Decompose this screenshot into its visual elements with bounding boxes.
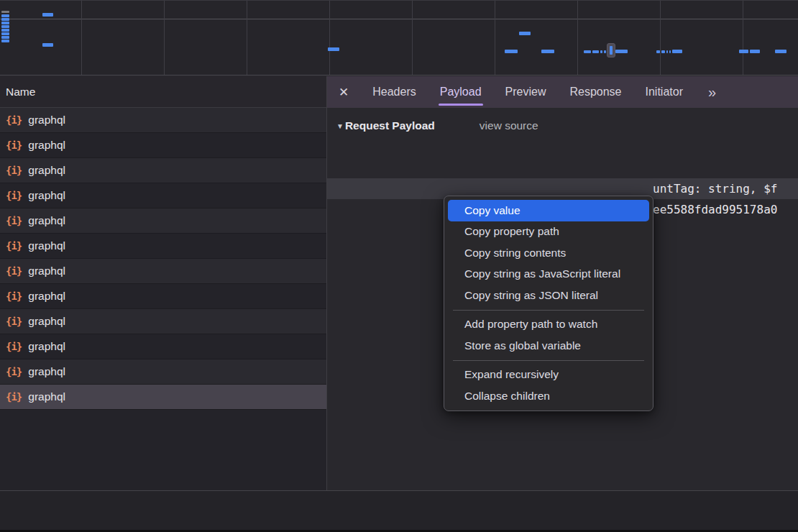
property-value-right: untTag: string, $f bbox=[653, 178, 777, 199]
menu-separator bbox=[453, 310, 644, 311]
overview-selected-marker-bar bbox=[610, 46, 613, 55]
overview-request-bar[interactable] bbox=[604, 50, 606, 53]
menu-item-collapse-children[interactable]: Collapse children bbox=[444, 385, 653, 407]
overview-request-bar[interactable] bbox=[775, 50, 786, 53]
tab-preview[interactable]: Preview bbox=[505, 76, 546, 108]
overview-request-bar[interactable] bbox=[1, 29, 9, 32]
overview-request-bar[interactable] bbox=[1, 18, 9, 21]
tree-row-operationName[interactable]: operationName: "ipFlowTimeseries" bbox=[327, 157, 798, 178]
overview-request-bar[interactable] bbox=[328, 47, 339, 51]
collapse-triangle-icon[interactable]: ▼ bbox=[336, 122, 344, 130]
request-row[interactable]: {i}graphql bbox=[0, 208, 326, 234]
json-braces-icon: {i} bbox=[6, 366, 22, 377]
overview-request-bar[interactable] bbox=[1, 14, 9, 17]
overview-vertical-gridline bbox=[329, 1, 330, 75]
menu-item-copy-value[interactable]: Copy value bbox=[448, 200, 649, 221]
overview-request-bar[interactable] bbox=[666, 50, 668, 53]
overview-request-bar[interactable] bbox=[661, 50, 665, 53]
overview-request-bar[interactable] bbox=[669, 50, 671, 53]
menu-item-copy-string-contents[interactable]: Copy string contents bbox=[444, 242, 653, 264]
overview-request-bar[interactable] bbox=[1, 36, 9, 39]
menu-item-copy-string-as-json-literal[interactable]: Copy string as JSON literal bbox=[444, 285, 653, 306]
json-braces-icon: {i} bbox=[6, 316, 22, 327]
request-row[interactable]: {i}graphql bbox=[0, 158, 326, 183]
request-row[interactable]: {i}graphql bbox=[0, 183, 326, 208]
tab-initiator[interactable]: Initiator bbox=[646, 76, 683, 108]
overview-horizontal-gridline bbox=[0, 19, 798, 19]
menu-item-expand-recursively[interactable]: Expand recursively bbox=[444, 364, 653, 386]
request-name-label: graphql bbox=[28, 189, 65, 202]
tree-root-row[interactable]: ▼{operationName: "ipFlowTimeseries", var… bbox=[327, 137, 798, 157]
overview-vertical-gridline bbox=[247, 1, 247, 75]
json-braces-icon: {i} bbox=[6, 190, 22, 201]
tab-label: Response bbox=[569, 86, 621, 98]
request-row[interactable]: {i}graphql bbox=[0, 133, 326, 158]
request-row[interactable]: {i}graphql bbox=[0, 234, 326, 259]
request-row[interactable]: {i}graphql bbox=[0, 309, 326, 334]
request-name-label: graphql bbox=[28, 214, 65, 227]
request-row[interactable]: {i}graphql bbox=[0, 108, 326, 133]
overview-request-bar[interactable] bbox=[519, 32, 531, 35]
overview-request-bar[interactable] bbox=[1, 40, 9, 42]
summary-bar bbox=[0, 490, 798, 530]
active-tab-underline bbox=[439, 104, 483, 106]
menu-separator bbox=[453, 360, 644, 361]
overview-request-bar[interactable] bbox=[505, 50, 518, 53]
overview-request-bar[interactable] bbox=[750, 50, 760, 53]
menu-item-add-property-path-to-watch[interactable]: Add property path to watch bbox=[444, 314, 653, 336]
tab-label: Payload bbox=[440, 86, 482, 98]
overview-request-bar[interactable] bbox=[656, 50, 660, 53]
menu-item-copy-property-path[interactable]: Copy property path bbox=[444, 221, 653, 243]
menu-item-copy-string-as-javascript-literal[interactable]: Copy string as JavaScript literal bbox=[444, 264, 653, 285]
menu-item-store-as-global-variable[interactable]: Store as global variable bbox=[444, 335, 653, 357]
tab-headers[interactable]: Headers bbox=[372, 76, 416, 108]
overview-gray-bar[interactable] bbox=[1, 11, 9, 13]
request-name-label: graphql bbox=[28, 239, 65, 252]
name-column-label: Name bbox=[6, 86, 35, 98]
overview-vertical-gridline bbox=[495, 1, 495, 75]
overview-request-bar[interactable] bbox=[592, 50, 599, 53]
overview-request-bar[interactable] bbox=[1, 32, 9, 35]
more-tabs-icon[interactable]: » bbox=[708, 84, 715, 101]
overview-request-bar[interactable] bbox=[1, 25, 9, 28]
overview-request-bar[interactable] bbox=[615, 50, 628, 53]
overview-request-bar[interactable] bbox=[42, 13, 53, 17]
overview-vertical-gridline bbox=[743, 1, 743, 75]
json-braces-icon: {i} bbox=[6, 139, 22, 151]
view-source-link[interactable]: view source bbox=[480, 119, 538, 132]
request-list: {i}graphql{i}graphql{i}graphql{i}graphql… bbox=[0, 108, 326, 410]
section-title: Request Payload bbox=[345, 119, 435, 132]
overview-vertical-gridline bbox=[412, 1, 413, 75]
json-braces-icon: {i} bbox=[6, 391, 22, 403]
name-column-header[interactable]: Name bbox=[0, 76, 326, 108]
detail-tabbar: ✕ HeadersPayloadPreviewResponseInitiator… bbox=[327, 76, 798, 108]
request-row[interactable]: {i}graphql bbox=[0, 284, 326, 309]
overview-vertical-gridline bbox=[164, 1, 165, 75]
request-name-label: graphql bbox=[28, 340, 65, 353]
overview-request-bar[interactable] bbox=[584, 50, 591, 53]
tab-response[interactable]: Response bbox=[569, 76, 621, 108]
overview-request-bar[interactable] bbox=[42, 43, 53, 47]
overview-request-bar[interactable] bbox=[600, 50, 602, 53]
close-icon[interactable]: ✕ bbox=[339, 85, 349, 100]
json-braces-icon: {i} bbox=[6, 290, 22, 302]
overview-request-bar[interactable] bbox=[672, 50, 682, 53]
json-braces-icon: {i} bbox=[6, 114, 22, 126]
overview-request-bar[interactable] bbox=[1, 22, 9, 24]
overview-request-bar[interactable] bbox=[541, 50, 554, 53]
devtools-network-panel: Name {i}graphql{i}graphql{i}graphql{i}gr… bbox=[0, 0, 798, 532]
request-payload-section-header[interactable]: ▼ Request Payload view source bbox=[327, 108, 798, 137]
overview-vertical-gridline bbox=[660, 1, 661, 75]
request-row[interactable]: {i}graphql bbox=[0, 259, 326, 284]
request-row[interactable]: {i}graphql bbox=[0, 359, 326, 385]
overview-request-bar[interactable] bbox=[739, 50, 748, 53]
json-braces-icon: {i} bbox=[6, 341, 22, 352]
request-row[interactable]: {i}graphql bbox=[0, 385, 326, 410]
request-name-label: graphql bbox=[28, 365, 65, 378]
request-name-label: graphql bbox=[28, 265, 65, 278]
request-name-label: graphql bbox=[28, 139, 65, 152]
request-row[interactable]: {i}graphql bbox=[0, 334, 326, 359]
network-overview[interactable] bbox=[0, 0, 798, 75]
request-name-label: graphql bbox=[28, 290, 65, 303]
tab-payload[interactable]: Payload bbox=[440, 76, 482, 108]
